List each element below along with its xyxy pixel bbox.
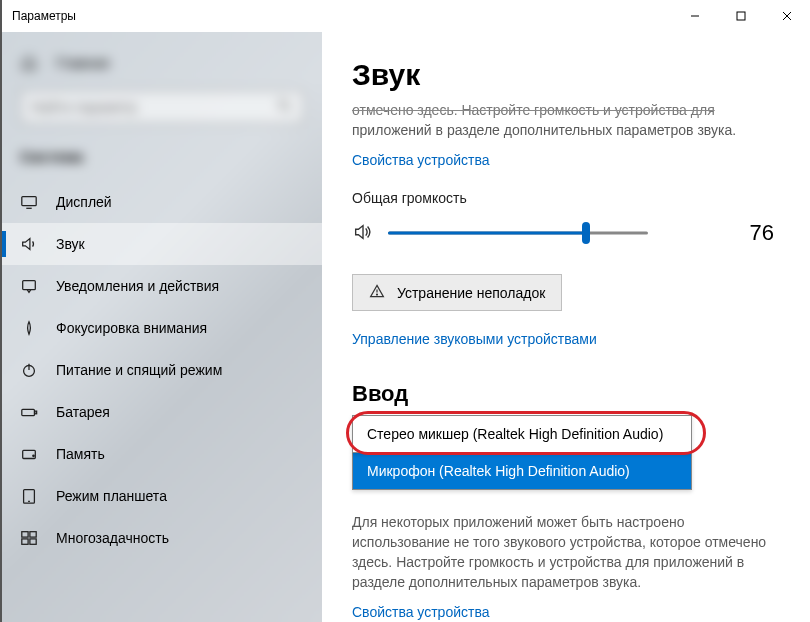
troubleshoot-button[interactable]: Устранение неполадок	[352, 274, 562, 311]
sidebar-item-battery[interactable]: Батарея	[2, 391, 322, 433]
sidebar-home-label: Главная	[56, 55, 109, 71]
close-button[interactable]	[764, 0, 810, 32]
multitask-icon	[20, 529, 38, 547]
minimize-button[interactable]	[672, 0, 718, 32]
device-properties-link[interactable]: Свойства устройства	[352, 152, 490, 168]
search-icon	[277, 98, 293, 117]
svg-point-4	[279, 100, 288, 109]
svg-point-14	[33, 455, 34, 456]
home-icon	[20, 54, 38, 72]
svg-rect-8	[23, 281, 36, 290]
troubleshoot-label: Устранение неполадок	[397, 285, 545, 301]
tablet-icon	[20, 487, 38, 505]
titlebar: Параметры	[2, 0, 810, 32]
sidebar-item-label: Батарея	[56, 404, 110, 420]
warning-icon	[369, 283, 385, 302]
sidebar-item-label: Уведомления и действия	[56, 278, 219, 294]
input-heading: Ввод	[352, 381, 780, 407]
sidebar-item-label: Дисплей	[56, 194, 112, 210]
input-desc: Для некоторых приложений может быть наст…	[352, 512, 772, 592]
sidebar-item-power[interactable]: Питание и спящий режим	[2, 349, 322, 391]
svg-rect-18	[30, 532, 36, 537]
volume-label: Общая громкость	[352, 190, 780, 206]
main-content: Звук отмечено здесь. Настройте громкость…	[322, 32, 810, 622]
sidebar-item-notifications[interactable]: Уведомления и действия	[2, 265, 322, 307]
sidebar-home[interactable]: Главная	[2, 46, 322, 84]
sound-icon	[20, 235, 38, 253]
svg-rect-1	[737, 12, 745, 20]
sidebar-item-multitask[interactable]: Многозадачность	[2, 517, 322, 559]
svg-rect-13	[23, 450, 36, 458]
sidebar: Главная Система Дисплей Звук	[2, 32, 322, 622]
manage-devices-link[interactable]: Управление звуковыми устройствами	[352, 331, 597, 347]
sidebar-item-label: Звук	[56, 236, 85, 252]
volume-slider[interactable]	[388, 221, 648, 245]
svg-point-22	[377, 294, 378, 295]
display-icon	[20, 193, 38, 211]
sidebar-item-label: Многозадачность	[56, 530, 169, 546]
sidebar-item-focus[interactable]: Фокусировка внимания	[2, 307, 322, 349]
sidebar-item-storage[interactable]: Память	[2, 433, 322, 475]
svg-rect-19	[22, 539, 28, 544]
nav-list: Дисплей Звук Уведомления и действия Фоку…	[2, 181, 322, 559]
svg-line-5	[287, 108, 291, 112]
svg-rect-17	[22, 532, 28, 537]
dropdown-option-stereo-mixer[interactable]: Стерео микшер (Realtek High Definition A…	[352, 415, 692, 453]
sidebar-item-label: Режим планшета	[56, 488, 167, 504]
svg-rect-20	[30, 539, 36, 544]
sidebar-item-tablet[interactable]: Режим планшета	[2, 475, 322, 517]
svg-rect-11	[22, 409, 35, 415]
volume-icon	[352, 221, 374, 246]
sidebar-item-sound[interactable]: Звук	[2, 223, 322, 265]
window-controls	[672, 0, 810, 32]
sidebar-section-label: Система	[2, 138, 322, 181]
page-title: Звук	[352, 58, 780, 92]
dropdown-option-microphone[interactable]: Микрофон (Realtek High Definition Audio)	[352, 453, 692, 490]
sidebar-item-label: Питание и спящий режим	[56, 362, 222, 378]
storage-icon	[20, 445, 38, 463]
output-desc-truncated: отмечено здесь. Настройте громкость и ус…	[352, 100, 780, 140]
input-device-dropdown[interactable]: Стерео микшер (Realtek High Definition A…	[352, 415, 692, 490]
power-icon	[20, 361, 38, 379]
svg-rect-12	[35, 411, 37, 414]
sidebar-item-label: Память	[56, 446, 105, 462]
search-input-container[interactable]	[20, 90, 304, 124]
device-properties-link-2[interactable]: Свойства устройства	[352, 604, 490, 620]
window-title: Параметры	[12, 9, 76, 23]
notifications-icon	[20, 277, 38, 295]
battery-icon	[20, 403, 38, 421]
volume-value: 76	[750, 220, 780, 246]
search-input[interactable]	[31, 99, 277, 115]
volume-row: 76	[352, 220, 780, 246]
maximize-button[interactable]	[718, 0, 764, 32]
sidebar-item-display[interactable]: Дисплей	[2, 181, 322, 223]
svg-rect-6	[22, 197, 36, 206]
focus-icon	[20, 319, 38, 337]
sidebar-item-label: Фокусировка внимания	[56, 320, 207, 336]
